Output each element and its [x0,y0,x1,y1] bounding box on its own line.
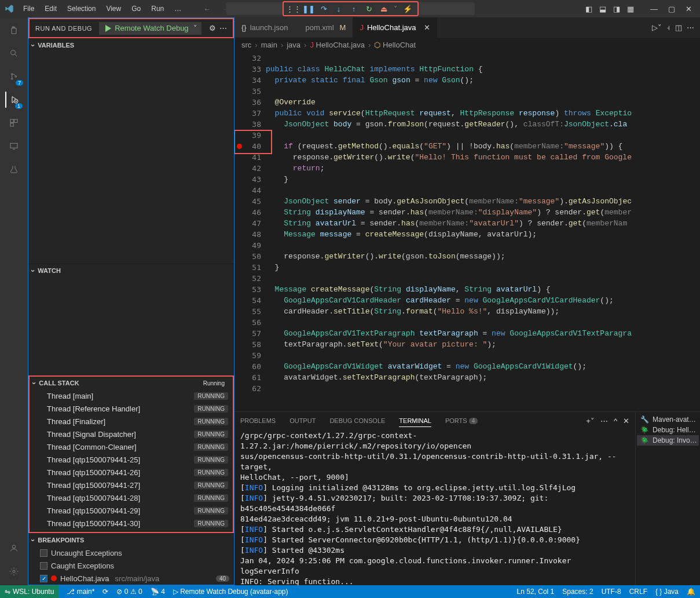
start-debug-button[interactable]: Remote Watch Debug ˅ [99,22,201,35]
code-editor[interactable]: public class HelloChat implements HttpFu… [266,52,644,411]
maximize-panel-icon[interactable]: ^ [614,417,617,425]
thread-row[interactable]: Thread [Reference Handler]RUNNING [30,402,233,415]
layout-panel-bottom-icon[interactable]: ⬓ [599,5,606,13]
notifications-icon[interactable]: 🔔 [687,588,695,596]
maximize-icon[interactable]: ▢ [668,5,675,13]
menu-go[interactable]: Go [127,2,145,15]
hot-replace-icon[interactable]: ⚡ [402,3,413,14]
git-branch[interactable]: ⎇ main* [67,588,94,596]
bp-caught[interactable]: Caught Exceptions [28,559,234,572]
new-terminal-icon[interactable]: +˅ [586,417,595,425]
thread-row[interactable]: Thread [qtp1500079441-29]RUNNING [30,504,233,517]
thread-row[interactable]: Thread [Finalizer]RUNNING [30,415,233,428]
menu-file[interactable]: File [19,2,39,15]
more-icon[interactable]: ⋯ [600,417,608,425]
accounts-icon[interactable] [6,540,22,556]
bp-file[interactable]: ✓ HelloChat.java src/main/java 40 [28,572,234,585]
close-panel-icon[interactable]: ✕ [623,417,629,425]
breadcrumb-item[interactable]: ⬡ HelloChat [374,41,416,49]
debug-status[interactable]: ▷ Remote Watch Debug (avatar-app) [173,588,288,596]
language-status[interactable]: { } Java [655,588,679,596]
panel-tab-terminal[interactable]: TERMINAL [399,415,431,427]
tab-launch-json[interactable]: {}launch.json [234,17,295,38]
layout-panel-right-icon[interactable]: ◨ [613,5,620,13]
menu-…[interactable]: … [170,2,186,15]
breadcrumb-item[interactable]: java [287,41,300,49]
debug-toolbar: ⋮⋮ ❚❚ ↷ ↓ ↑ ↻ ⏏ ˅ ⚡ [283,1,419,16]
breadcrumb-item[interactable]: src [241,41,251,49]
source-control-icon[interactable]: 7 [6,68,22,85]
tab-HelloChat-java[interactable]: JHelloChat.java✕ [353,17,437,38]
drag-handle-icon[interactable]: ⋮⋮ [288,3,299,14]
nav-back-icon[interactable]: ← [203,5,211,13]
thread-row[interactable]: Thread [qtp1500079441-26]RUNNING [30,466,233,479]
ports-status[interactable]: 📡 4 [151,588,165,596]
disconnect-icon[interactable]: ⏏ [379,3,389,14]
layout-custom-icon[interactable]: ▦ [627,5,634,13]
step-into-icon[interactable]: ↓ [333,3,344,14]
close-tab-icon[interactable]: ✕ [424,23,430,32]
terminal-session[interactable]: 🪲Debug: Invo… [637,435,699,446]
thread-row[interactable]: Thread [qtp1500079441-30]RUNNING [30,517,233,530]
terminal-session[interactable]: 🪲Debug: Hell… [637,425,699,435]
layout-panel-left-icon[interactable]: ◧ [585,5,592,13]
minimize-icon[interactable]: ― [650,5,658,13]
panel-tab-output[interactable]: OUTPUT [289,415,316,426]
terminal[interactable]: /grpc/grpc-context/1.27.2/grpc-context-1… [234,429,635,585]
java-icon: J [360,23,364,32]
eol-status[interactable]: CRLF [629,588,647,596]
menu-view[interactable]: View [101,2,126,15]
tab-pom-xml[interactable]: pom.xmlM [295,17,353,38]
run-debug-icon[interactable]: 1 [5,92,21,108]
git-sync-icon[interactable]: ⟳ [102,588,108,596]
callstack-section[interactable]: CALL STACK Running [30,377,233,389]
thread-row[interactable]: Thread [qtp1500079441-25]RUNNING [30,453,233,466]
diff-icon[interactable]: ⫞ [666,23,670,32]
restart-icon[interactable]: ↻ [364,3,374,14]
terminal-session[interactable]: 🔧Maven-avat… [637,414,699,425]
panel-tab-debug-console[interactable]: DEBUG CONSOLE [329,415,385,426]
testing-icon[interactable] [6,161,22,177]
cursor-position[interactable]: Ln 52, Col 1 [517,588,555,596]
search-icon[interactable] [6,45,22,61]
extensions-icon[interactable] [6,115,22,131]
encoding-status[interactable]: UTF-8 [602,588,621,596]
pause-icon[interactable]: ❚❚ [303,3,314,14]
breadcrumb-item[interactable]: main [261,41,277,49]
menu-selection[interactable]: Selection [63,2,100,15]
close-icon[interactable]: ✕ [686,5,692,13]
variables-section[interactable]: VARIABLES [28,39,234,52]
breakpoints-section[interactable]: BREAKPOINTS [28,534,234,546]
breakpoint-glyph-icon[interactable] [237,144,242,149]
debug-badge: 1 [15,103,23,109]
settings-gear-icon[interactable] [6,563,22,579]
thread-row[interactable]: Thread [Signal Dispatcher]RUNNING [30,428,233,440]
more-actions-icon[interactable]: ⋯ [687,23,694,32]
explorer-icon[interactable] [6,22,22,38]
thread-row[interactable]: Thread [qtp1500079441-28]RUNNING [30,491,233,504]
menu-edit[interactable]: Edit [40,2,61,15]
thread-row[interactable]: Thread [main]RUNNING [30,389,233,402]
checkbox-checked-icon[interactable]: ✓ [40,575,47,582]
thread-row[interactable]: Thread [Common-Cleaner]RUNNING [30,440,233,453]
menu-run[interactable]: Run [146,2,168,15]
step-out-icon[interactable]: ↑ [349,3,359,14]
panel-tab-problems[interactable]: PROBLEMS [240,415,276,426]
breadcrumb[interactable]: src›main›java›J HelloChat.java›⬡ HelloCh… [234,38,700,52]
watch-section[interactable]: WATCH [28,264,234,277]
step-over-icon[interactable]: ↷ [318,3,329,14]
minimap[interactable] [644,52,700,411]
bp-uncaught[interactable]: Uncaught Exceptions [28,546,234,559]
panel-tab-ports[interactable]: PORTS4 [445,415,478,426]
more-icon[interactable]: ⋯ [219,24,227,32]
debug-config-gear-icon[interactable]: ⚙ [209,24,216,32]
problems-status[interactable]: ⊘ 0 ⚠ 0 [116,588,142,596]
breadcrumb-item[interactable]: J HelloChat.java [310,41,365,49]
remote-explorer-icon[interactable] [6,138,22,154]
run-icon[interactable]: ▷˅ [652,23,662,32]
split-editor-icon[interactable]: ◫ [675,23,682,32]
thread-row[interactable]: Thread [qtp1500079441-27]RUNNING [30,479,233,491]
remote-indicator[interactable]: ⇋ WSL: Ubuntu [0,585,58,598]
gutter[interactable]: 3233343536373839404142434445464748495051… [234,52,266,411]
indent-status[interactable]: Spaces: 2 [562,588,593,596]
